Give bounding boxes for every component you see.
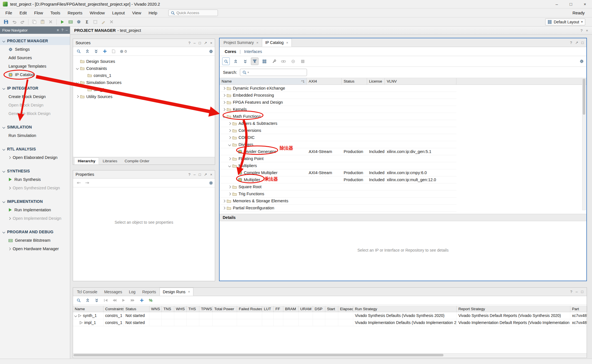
column-header-lut[interactable]: LUT	[262, 306, 274, 312]
chevron-down-icon[interactable]	[76, 81, 79, 84]
clear-button[interactable]	[108, 18, 115, 26]
percentage-button[interactable]: %	[147, 297, 154, 304]
menu-window[interactable]: Window	[86, 9, 108, 17]
settings-button[interactable]	[75, 18, 83, 26]
design-run-row-impl-1[interactable]: impl_1constrs_1Not startedVivado Impleme…	[73, 319, 587, 326]
chevron-down-icon[interactable]	[74, 314, 77, 317]
ip-row-kernels[interactable]: Kernels	[220, 106, 456, 113]
menu-flow[interactable]: Flow	[30, 9, 47, 17]
collapse-icon[interactable]: ≡	[57, 28, 59, 32]
minimize-icon[interactable]: –	[193, 172, 195, 177]
column-header-constraints[interactable]: Constraints	[103, 306, 124, 312]
tab-ip-catalog[interactable]: IP Catalog×	[262, 38, 292, 47]
column-header-run-strategy[interactable]: Run Strategy	[353, 306, 457, 312]
ip-row-complex-multiplier[interactable]: Complex MultiplierAXI4-StreamProductionI…	[220, 169, 456, 176]
ip-row-multiplier[interactable]: MultiplierProductionIncludedxilinx.com:i…	[220, 176, 456, 183]
flow-item-create-block-design[interactable]: Create Block Design	[0, 92, 70, 101]
flow-item-language-templates[interactable]: Language Templates	[0, 62, 70, 70]
settings-icon[interactable]	[209, 181, 213, 185]
help-icon[interactable]: ?	[61, 28, 63, 32]
menu-layout[interactable]: Layout	[109, 9, 129, 17]
column-header-status[interactable]: Status	[124, 306, 149, 312]
float-icon[interactable]: ↗	[575, 41, 578, 45]
flow-section-header-rtl-analysis[interactable]: RTL ANALYSIS	[0, 145, 70, 153]
column-header-failed-routes[interactable]: Failed Routes	[237, 306, 262, 312]
filter-button[interactable]	[251, 57, 259, 65]
float-icon[interactable]: ↗	[204, 172, 207, 177]
column-header-dsp[interactable]: DSP	[313, 306, 325, 312]
column-header-ff[interactable]: FF	[274, 306, 283, 312]
chevron-right-icon[interactable]	[223, 94, 226, 97]
flow-item-run-synthesis[interactable]: Run Synthesis	[0, 175, 70, 184]
chevron-down-icon[interactable]	[3, 126, 5, 128]
ip-row-memories-storage-elements[interactable]: Memories & Storage Elements	[220, 197, 456, 205]
ip-row-fpga-features-and-design[interactable]: FPGA Features and Design	[220, 99, 456, 106]
ip-row-divider-generator[interactable]: Divider GeneratorAXI4-StreamProductionIn…	[220, 148, 456, 155]
chevron-right-icon[interactable]	[228, 129, 231, 132]
ip-row-embedded-processing[interactable]: Embedded Processing	[220, 92, 456, 99]
minimize-panel-icon[interactable]: –	[66, 28, 68, 32]
close-icon[interactable]: ×	[210, 172, 212, 177]
run-button[interactable]	[59, 18, 66, 26]
chevron-right-icon[interactable]	[228, 136, 231, 139]
chevron-down-icon[interactable]	[3, 39, 5, 42]
ip-row-partial-reconfiguration[interactable]: Partial Reconfiguration	[220, 205, 456, 212]
flow-section-header-program-and-debug[interactable]: PROGRAM AND DEBUG	[0, 228, 70, 236]
scrollbar-thumb[interactable]	[74, 354, 443, 356]
collapse-all-button[interactable]	[83, 48, 91, 55]
chevron-right-icon[interactable]	[223, 207, 226, 209]
help-icon[interactable]: ?	[570, 41, 572, 45]
minimize-icon[interactable]: –	[193, 41, 195, 45]
column-header-tns[interactable]: TNS	[162, 306, 174, 312]
step-back-button[interactable]	[111, 297, 118, 304]
chevron-down-icon[interactable]	[3, 87, 5, 90]
chevron-down-icon[interactable]	[3, 148, 5, 150]
chevron-down-icon[interactable]	[228, 143, 231, 146]
column-header-name[interactable]: Name^1	[220, 78, 307, 85]
ip-row-adders-subtracters[interactable]: Adders & Subtracters	[220, 120, 456, 127]
tab-libraries[interactable]: Libraries	[99, 157, 121, 165]
search-button[interactable]	[222, 57, 230, 65]
link-button[interactable]	[280, 57, 287, 65]
help-icon[interactable]: ?	[580, 28, 582, 33]
redo-button[interactable]	[19, 18, 26, 26]
source-tree-item-sim-1[interactable]: sim_1	[74, 86, 214, 93]
help-icon[interactable]: ?	[570, 290, 572, 294]
tab-hierarchy[interactable]: Hierarchy	[74, 157, 99, 165]
flow-section-header-implementation[interactable]: IMPLEMENTATION	[0, 197, 70, 206]
column-header-tpws[interactable]: TPWS	[199, 306, 213, 312]
column-header-report-strategy[interactable]: Report Strategy	[457, 306, 570, 312]
subtab-interfaces[interactable]: Interfaces	[244, 49, 262, 54]
settings-icon[interactable]	[209, 49, 213, 54]
play-button[interactable]	[120, 297, 127, 304]
help-icon[interactable]: ?	[188, 41, 190, 45]
close-tab-icon[interactable]: ×	[286, 41, 288, 45]
group-by-button[interactable]	[260, 57, 268, 65]
chevron-right-icon[interactable]	[228, 185, 231, 188]
design-run-row-synth-1[interactable]: synth_1constrs_1Not startedVivado Synthe…	[73, 312, 587, 319]
ip-row-square-root[interactable]: Square Root	[220, 183, 456, 190]
flow-section-header-ip-integrator[interactable]: IP INTEGRATOR	[0, 84, 70, 92]
back-button[interactable]	[75, 179, 82, 187]
minimize-icon[interactable]: –	[576, 290, 578, 294]
flow-item-run-simulation[interactable]: Run Simulation	[0, 131, 70, 140]
chevron-right-icon[interactable]	[228, 122, 231, 125]
column-header-elapsed[interactable]: Elapsed	[338, 306, 353, 312]
close-icon[interactable]: ×	[210, 41, 212, 45]
flow-section-header-project-manager[interactable]: PROJECT MANAGER	[0, 37, 70, 45]
source-tree-item-utility-sources[interactable]: Utility Sources	[74, 93, 214, 100]
expand-all-button[interactable]	[241, 57, 249, 65]
chevron-down-icon[interactable]	[228, 164, 231, 167]
create-run-button[interactable]	[138, 297, 145, 304]
ip-row-floating-point[interactable]: Floating Point	[220, 155, 456, 162]
vertical-scrollbar[interactable]	[582, 78, 586, 210]
ip-row-multipliers[interactable]: Multipliers	[220, 162, 456, 169]
chevron-right-icon[interactable]	[228, 157, 231, 160]
maximize-button[interactable]: □	[564, 0, 578, 8]
layout-select[interactable]: Default Layout ▾	[545, 19, 585, 25]
flow-item-generate-block-design[interactable]: Generate Block Design	[0, 109, 70, 118]
ip-search-input[interactable]: ▾	[240, 69, 307, 76]
subtab-cores[interactable]: Cores	[225, 49, 236, 54]
chevron-right-icon[interactable]	[76, 95, 79, 98]
flow-item-open-hardware-manager[interactable]: Open Hardware Manager	[0, 245, 70, 253]
